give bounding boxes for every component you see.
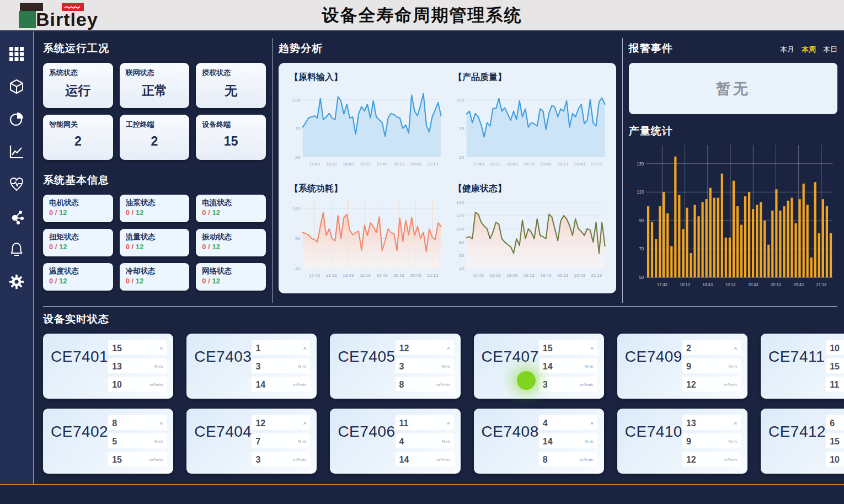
device-name: CE7405 xyxy=(338,348,395,393)
sidebar-item-cube-3d[interactable] xyxy=(8,78,25,95)
run-card-value: 正常 xyxy=(126,82,184,99)
device-value-row: 13A xyxy=(682,415,741,430)
device-value-row: 15m³/min xyxy=(108,452,167,467)
running-indicator-dot xyxy=(517,371,536,390)
device-value: 9 xyxy=(686,362,691,372)
alarm-tab-本周[interactable]: 本周 xyxy=(802,45,816,55)
info-card-label: 冷却状态 xyxy=(126,266,184,276)
device-unit: m³/min xyxy=(723,457,736,462)
device-values: 6A15N·m10m³/min xyxy=(826,415,844,468)
sidebar-item-apps-grid[interactable] xyxy=(8,46,25,62)
basic-info-title: 系统基本信息 xyxy=(43,173,266,187)
device-unit: m³/min xyxy=(580,457,593,462)
device-unit: m³/min xyxy=(149,457,163,462)
run-card-value: 2 xyxy=(126,134,184,149)
device-values: 4A14N·m8m³/min xyxy=(539,415,597,468)
svg-text:19:13: 19:13 xyxy=(524,273,535,278)
alarm-count: 0 / xyxy=(126,208,136,217)
device-value-row: 14N·m xyxy=(539,358,597,373)
sidebar-item-molecule[interactable] xyxy=(8,208,25,225)
sidebar-item-bell[interactable] xyxy=(8,241,25,258)
device-value-row: 11m³/min xyxy=(826,377,844,392)
sidebar-item-line-chart[interactable] xyxy=(8,143,25,160)
device-value-row: 12m³/min xyxy=(682,377,741,392)
device-values: 1A3N·m14m³/min xyxy=(252,340,310,393)
device-card[interactable]: CE74031A3N·m14m³/min xyxy=(186,334,317,399)
svg-text:17:43: 17:43 xyxy=(657,282,667,288)
run-card-label: 工控终端 xyxy=(126,120,184,130)
alarm-tab-本月[interactable]: 本月 xyxy=(780,45,794,55)
device-card[interactable]: CE74084A14N·m8m³/min xyxy=(474,409,604,474)
device-value-row: 14m³/min xyxy=(396,452,454,467)
device-value: 10 xyxy=(112,380,122,390)
device-value-row: 14N·m xyxy=(539,433,597,448)
total-count: 12 xyxy=(59,208,67,217)
device-value: 15 xyxy=(112,344,122,353)
info-card-label: 扭矩状态 xyxy=(49,232,107,242)
device-unit: m³/min xyxy=(293,382,306,387)
sidebar-item-pie-chart[interactable] xyxy=(8,111,25,127)
alarm-tab-本日[interactable]: 本日 xyxy=(823,45,837,55)
svg-text:120: 120 xyxy=(456,98,464,103)
basic-info-card: 振动状态0 / 12 xyxy=(196,229,266,256)
top-header: Birtley 设备全寿命周期管理系统 xyxy=(0,0,844,31)
run-status-card: 联网状态正常 xyxy=(120,63,190,108)
trend-chart-title: 【系统功耗】 xyxy=(285,179,446,195)
device-value: 14 xyxy=(543,362,553,372)
device-unit: N·m xyxy=(154,439,163,444)
device-values: 15A13N·m10m³/min xyxy=(108,340,167,393)
device-name: CE7404 xyxy=(194,423,252,468)
device-card[interactable]: CE74126A15N·m10m³/min xyxy=(761,409,844,474)
device-card[interactable]: CE741013A9N·m12m³/min xyxy=(617,409,747,474)
device-card[interactable]: CE74028A5N·m15m³/min xyxy=(43,409,173,474)
device-value: 3 xyxy=(543,380,548,390)
device-card[interactable]: CE740715A14N·m3m³/min xyxy=(474,334,604,399)
bell-icon xyxy=(9,242,24,257)
device-value: 14 xyxy=(543,437,553,447)
svg-text:80: 80 xyxy=(459,240,464,245)
production-title: 产量统计 xyxy=(629,124,837,138)
device-card[interactable]: CE741110A15N·m11m³/min xyxy=(761,334,844,399)
device-unit: A xyxy=(447,421,450,426)
device-card[interactable]: CE740115A13N·m10m³/min xyxy=(43,334,173,399)
device-value: 14 xyxy=(399,455,409,465)
total-count: 12 xyxy=(212,277,220,285)
device-value: 15 xyxy=(112,455,122,465)
device-value: 3 xyxy=(255,455,260,465)
svg-text:120: 120 xyxy=(292,98,301,103)
device-card[interactable]: CE740512A3N·m8m³/min xyxy=(330,334,460,399)
device-card[interactable]: CE740412A7N·m3m³/min xyxy=(186,409,317,474)
alarm-tabs: 本月本周本日 xyxy=(780,45,837,55)
run-card-value: 2 xyxy=(49,134,107,149)
basic-info-card: 电流状态0 / 12 xyxy=(196,195,266,222)
trend-chart-power: 【系统功耗】140904017:4318:1318:4319:1319:4320… xyxy=(285,179,446,290)
sidebar-item-heart-pulse[interactable] xyxy=(8,176,25,192)
svg-text:21:13: 21:13 xyxy=(591,162,602,167)
device-unit: m³/min xyxy=(436,382,450,387)
device-unit: N·m xyxy=(729,439,737,444)
device-value-row: 15N·m xyxy=(826,433,844,448)
cube-3d-icon xyxy=(9,79,24,94)
run-card-label: 授权状态 xyxy=(202,68,260,78)
apps-grid-icon xyxy=(9,46,24,62)
device-values: 12A7N·m3m³/min xyxy=(252,415,310,468)
heart-pulse-icon xyxy=(9,176,24,192)
device-value: 13 xyxy=(112,362,122,372)
device-card[interactable]: CE74092A9N·m12m³/min xyxy=(617,334,747,399)
trend-chart-product_quality: 【产品质量】120702017:4318:1318:4319:1319:4320… xyxy=(449,67,610,179)
alarm-count: 0 / xyxy=(126,277,136,285)
device-value: 12 xyxy=(686,380,696,390)
svg-text:18:43: 18:43 xyxy=(343,273,354,278)
device-card[interactable]: CE740611A4N·m14m³/min xyxy=(330,409,460,474)
total-count: 12 xyxy=(136,243,143,251)
info-card-label: 电流状态 xyxy=(202,198,260,208)
device-unit: m³/min xyxy=(149,382,163,387)
device-value-row: 4N·m xyxy=(396,433,454,448)
device-value-row: 10A xyxy=(826,340,844,355)
device-value-row: 8m³/min xyxy=(396,377,454,392)
device-value-row: 2A xyxy=(682,340,741,355)
sidebar-item-gear[interactable] xyxy=(8,274,25,290)
devices-title: 设备实时状态 xyxy=(43,312,837,326)
svg-text:19:43: 19:43 xyxy=(748,282,758,288)
svg-text:20:43: 20:43 xyxy=(410,162,421,167)
